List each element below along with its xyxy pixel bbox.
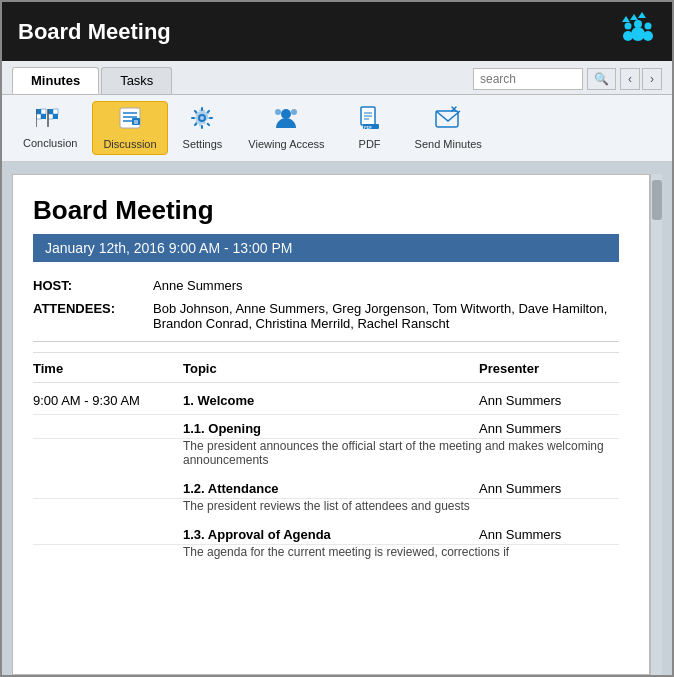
toolbar: Conclusion Discussion	[2, 95, 672, 162]
toolbar-viewing-access[interactable]: Viewing Access	[237, 101, 335, 155]
attendees-row: ATTENDEES: Bob Johnson, Anne Summers, Gr…	[33, 301, 619, 331]
svg-marker-8	[622, 16, 630, 22]
settings-label: Settings	[183, 138, 223, 150]
svg-point-4	[625, 23, 632, 30]
conclusion-icon	[36, 107, 64, 135]
svg-point-2	[643, 31, 653, 41]
toolbar-settings[interactable]: Settings	[172, 101, 234, 155]
discussion-label: Discussion	[103, 138, 156, 150]
discussion-icon	[118, 106, 142, 136]
host-row: HOST: Anne Summers	[33, 278, 619, 293]
sub-row-1-1: 1.1. Opening Ann Summers	[33, 415, 619, 439]
svg-rect-10	[41, 109, 46, 114]
sub-presenter-1-2: Ann Summers	[479, 481, 619, 496]
tab-minutes[interactable]: Minutes	[12, 67, 99, 94]
col-time: Time	[33, 361, 183, 376]
svg-point-28	[291, 109, 297, 115]
sub-row-1-2: 1.2. Attendance Ann Summers	[33, 475, 619, 499]
agenda-header: Time Topic Presenter	[33, 352, 619, 383]
settings-icon	[190, 106, 214, 136]
col-presenter: Presenter	[479, 361, 619, 376]
sub-time-1-1	[33, 421, 183, 436]
svg-point-5	[645, 23, 652, 30]
scrollbar-track[interactable]	[650, 174, 662, 675]
sub-topic-1-3: 1.3. Approval of Agenda	[183, 527, 479, 542]
viewing-access-label: Viewing Access	[248, 138, 324, 150]
sub-time-1-3	[33, 527, 183, 542]
svg-marker-6	[630, 14, 638, 20]
search-input[interactable]	[473, 68, 583, 90]
search-button[interactable]: 🔍	[587, 68, 616, 90]
svg-rect-15	[53, 109, 58, 114]
tab-tasks[interactable]: Tasks	[101, 67, 172, 94]
sub-time-1-2	[33, 481, 183, 496]
svg-point-29	[275, 109, 281, 115]
app-window: Board Meeting Minutes Tasks �	[0, 0, 674, 677]
attendees-label: ATTENDEES:	[33, 301, 153, 331]
search-area: 🔍 ‹ ›	[473, 68, 662, 94]
svg-point-1	[623, 31, 633, 41]
sub-desc-1-3: The agenda for the current meeting is re…	[183, 545, 619, 567]
viewing-access-icon	[272, 106, 300, 136]
scrollbar-thumb[interactable]	[652, 180, 662, 220]
tab-bar: Minutes Tasks 🔍 ‹ ›	[2, 61, 672, 95]
doc-scroll[interactable]: Board Meeting January 12th, 2016 9:00 AM…	[12, 174, 650, 675]
svg-marker-7	[638, 12, 646, 18]
app-title: Board Meeting	[18, 19, 171, 45]
host-value: Anne Summers	[153, 278, 619, 293]
svg-rect-17	[53, 114, 58, 119]
toolbar-pdf[interactable]: PDF PDF	[340, 101, 400, 155]
send-minutes-icon	[434, 106, 462, 136]
toolbar-send-minutes[interactable]: Send Minutes	[404, 101, 493, 155]
pdf-icon: PDF	[358, 106, 382, 136]
header: Board Meeting	[2, 2, 672, 61]
agenda-row-1: 9:00 AM - 9:30 AM 1. Welcome Ann Summers	[33, 387, 619, 415]
sub-topic-1-2: 1.2. Attendance	[183, 481, 479, 496]
date-bar: January 12th, 2016 9:00 AM - 13:00 PM	[33, 234, 619, 262]
nav-prev-button[interactable]: ‹	[620, 68, 640, 90]
doc-title: Board Meeting	[33, 195, 619, 226]
sub-presenter-1-1: Ann Summers	[479, 421, 619, 436]
col-topic: Topic	[183, 361, 479, 376]
sub-topic-1-1: 1.1. Opening	[183, 421, 479, 436]
send-minutes-label: Send Minutes	[415, 138, 482, 150]
svg-text:PDF: PDF	[364, 125, 373, 130]
agenda-topic-1: 1. Welcome	[183, 393, 479, 408]
agenda-time-1: 9:00 AM - 9:30 AM	[33, 393, 183, 408]
nav-next-button[interactable]: ›	[642, 68, 662, 90]
sub-presenter-1-3: Ann Summers	[479, 527, 619, 542]
tabs: Minutes Tasks	[12, 67, 172, 94]
toolbar-discussion[interactable]: Discussion	[92, 101, 167, 155]
attendees-value: Bob Johnson, Anne Summers, Greg Jorgenso…	[153, 301, 619, 331]
conclusion-label: Conclusion	[23, 137, 77, 149]
agenda-presenter-1: Ann Summers	[479, 393, 619, 408]
app-icon	[620, 12, 656, 51]
pdf-label: PDF	[359, 138, 381, 150]
svg-point-0	[631, 27, 645, 41]
toolbar-conclusion[interactable]: Conclusion	[12, 102, 88, 154]
svg-point-3	[634, 20, 642, 28]
doc-area: Board Meeting January 12th, 2016 9:00 AM…	[2, 162, 672, 675]
host-label: HOST:	[33, 278, 153, 293]
doc-content: Board Meeting January 12th, 2016 9:00 AM…	[13, 175, 649, 587]
sub-row-1-3: 1.3. Approval of Agenda Ann Summers	[33, 521, 619, 545]
svg-rect-12	[41, 114, 46, 119]
svg-point-27	[281, 109, 291, 119]
sub-desc-1-2: The president reviews the list of attend…	[183, 499, 619, 521]
sub-desc-1-1: The president announces the official sta…	[183, 439, 619, 475]
